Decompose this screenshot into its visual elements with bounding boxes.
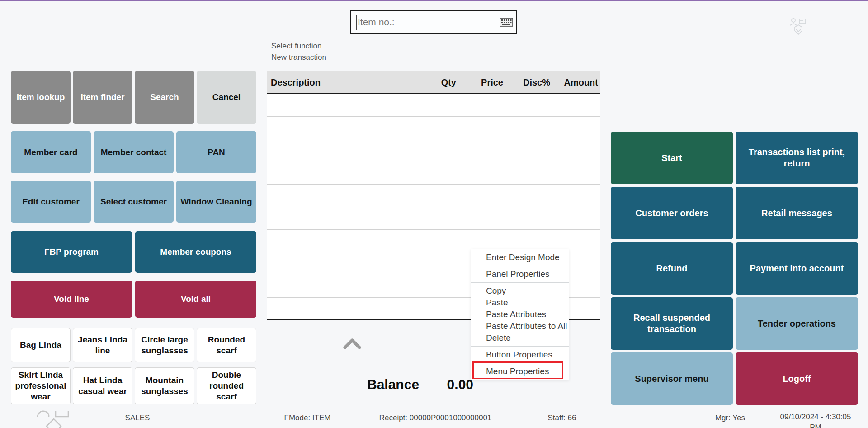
select-customer-button[interactable]: Select customer: [94, 181, 174, 223]
design-mode-indicator-icons: [788, 15, 810, 39]
payment-into-account-button[interactable]: Payment into account: [736, 242, 858, 295]
item-bag-linda-button[interactable]: Bag Linda: [11, 328, 71, 362]
arc-icon: [38, 411, 49, 417]
pan-button[interactable]: PAN: [176, 131, 256, 173]
table-row[interactable]: [267, 207, 600, 230]
statusbar-store: SALES: [125, 414, 150, 423]
right-grid-row: Recall suspended transaction Tender oper…: [611, 297, 858, 350]
context-menu-group: Menu Properties: [471, 363, 569, 380]
statusbar-datetime: 09/10/2024 - 4:30:05 PM: [778, 412, 853, 428]
item-finder-button[interactable]: Item finder: [73, 71, 132, 124]
tender-operations-button[interactable]: Tender operations: [736, 297, 858, 350]
context-menu-group: Button Properties: [471, 346, 569, 363]
open-square-icon: [56, 411, 68, 417]
column-header-disc: Disc%: [503, 77, 550, 88]
item-rounded-scarf-button[interactable]: Rounded scarf: [197, 328, 256, 362]
statusbar-fmode: FMode: ITEM: [284, 414, 331, 423]
table-row[interactable]: [267, 139, 600, 162]
statusbar-date-time-line2: PM: [778, 422, 853, 428]
left-grid-row: Skirt Linda professional wear Hat Linda …: [11, 367, 256, 404]
card-icon: [799, 19, 806, 24]
user-icon: [790, 19, 797, 25]
customer-orders-button[interactable]: Customer orders: [611, 187, 733, 239]
right-grid-row: Customer orders Retail messages: [611, 187, 858, 239]
right-grid-row: Refund Payment into account: [611, 242, 858, 295]
left-grid-row: Edit customer Select customer Window Cle…: [11, 181, 256, 223]
left-grid-row: Member card Member contact PAN: [11, 131, 256, 173]
right-grid-row: Start Transactions list print, return: [611, 132, 858, 184]
bottom-left-status-icons: [34, 407, 75, 428]
retail-messages-button[interactable]: Retail messages: [736, 187, 858, 239]
column-header-amount: Amount: [550, 77, 598, 88]
menu-item-paste[interactable]: Paste: [471, 297, 569, 309]
top-accent-bar: [0, 0, 868, 1]
diamond-icon: [47, 419, 61, 428]
status-message-select-function: Select function: [271, 42, 322, 51]
scroll-up-button[interactable]: [342, 337, 363, 351]
menu-item-button-properties[interactable]: Button Properties: [471, 349, 569, 361]
item-double-rounded-scarf-button[interactable]: Double rounded scarf: [197, 367, 256, 404]
statusbar-manager: Mgr: Yes: [715, 414, 745, 423]
search-button[interactable]: Search: [135, 71, 194, 124]
item-circle-large-sunglasses-button[interactable]: Circle large sunglasses: [135, 328, 194, 362]
logoff-button[interactable]: Logoff: [736, 352, 858, 405]
cancel-button[interactable]: Cancel: [197, 71, 256, 124]
column-header-description: Description: [271, 77, 403, 88]
left-grid-row: Void line Void all: [11, 281, 256, 318]
item-hat-linda-button[interactable]: Hat Linda casual wear: [73, 367, 132, 404]
window-cleaning-button[interactable]: Window Cleaning: [176, 181, 256, 223]
refund-button[interactable]: Refund: [611, 242, 733, 295]
item-skirt-linda-button[interactable]: Skirt Linda professional wear: [11, 367, 71, 404]
right-button-grid: Start Transactions list print, return Cu…: [611, 132, 858, 408]
receipt-table-header: Description Qty Price Disc% Amount: [267, 71, 600, 94]
item-number-input[interactable]: [351, 11, 500, 33]
statusbar-receipt: Receipt: 00000P0001000000001: [379, 414, 492, 423]
left-grid-row: FBP program Member coupons: [11, 231, 256, 273]
menu-item-paste-attributes[interactable]: Paste Attributes: [471, 309, 569, 320]
right-grid-row: Supervisor menu Logoff: [611, 352, 858, 405]
statusbar-staff: Staff: 66: [547, 414, 576, 423]
menu-item-panel-properties[interactable]: Panel Properties: [471, 268, 569, 280]
shield-chevron-icon: [795, 25, 802, 34]
member-contact-button[interactable]: Member contact: [94, 131, 174, 173]
member-card-button[interactable]: Member card: [11, 131, 91, 173]
member-coupons-button[interactable]: Member coupons: [135, 231, 256, 273]
column-header-qty: Qty: [403, 77, 456, 88]
context-menu-group: Panel Properties: [471, 266, 569, 282]
menu-item-paste-attributes-to-all[interactable]: Paste Attributes to All: [471, 320, 569, 332]
item-mountain-sunglasses-button[interactable]: Mountain sunglasses: [135, 367, 194, 404]
supervisor-menu-button[interactable]: Supervisor menu: [611, 352, 733, 405]
balance-label: Balance: [367, 377, 419, 392]
fbp-program-button[interactable]: FBP program: [11, 231, 132, 273]
item-lookup-button[interactable]: Item lookup: [11, 71, 71, 124]
menu-item-enter-design-mode[interactable]: Enter Design Mode: [471, 252, 569, 263]
recall-suspended-transaction-button[interactable]: Recall suspended transaction: [611, 297, 733, 350]
pos-screen: { "app": { "top_accent_color": "#8e6cb0"…: [0, 0, 868, 428]
item-jeans-linda-line-button[interactable]: Jeans Linda line: [73, 328, 132, 362]
table-row[interactable]: [267, 185, 600, 207]
menu-item-delete[interactable]: Delete: [471, 332, 569, 344]
start-button[interactable]: Start: [611, 132, 733, 184]
table-row[interactable]: [267, 162, 600, 185]
left-grid-row: Item lookup Item finder Search Cancel: [11, 71, 256, 124]
table-row[interactable]: [267, 94, 600, 117]
balance-amount: 0.00: [433, 377, 473, 392]
item-number-entry: [350, 10, 517, 34]
menu-item-copy[interactable]: Copy: [471, 285, 569, 297]
status-message-new-transaction: New transaction: [271, 53, 326, 62]
left-button-grid: Item lookup Item finder Search Cancel Me…: [11, 71, 256, 404]
transactions-list-print-return-button[interactable]: Transactions list print, return: [736, 132, 858, 184]
void-line-button[interactable]: Void line: [11, 281, 132, 318]
table-row[interactable]: [267, 117, 600, 139]
text-caret: [356, 15, 357, 30]
keyboard-icon[interactable]: [500, 18, 513, 27]
context-menu-group: Enter Design Mode: [471, 249, 569, 266]
chevron-up-icon: [342, 337, 362, 350]
void-all-button[interactable]: Void all: [135, 281, 256, 318]
edit-customer-button[interactable]: Edit customer: [11, 181, 91, 223]
column-header-price: Price: [456, 77, 503, 88]
menu-item-menu-properties[interactable]: Menu Properties: [471, 366, 569, 377]
context-menu-group: Copy Paste Paste Attributes Paste Attrib…: [471, 282, 569, 346]
design-context-menu: Enter Design Mode Panel Properties Copy …: [471, 249, 569, 380]
statusbar-date-time-line1: 09/10/2024 - 4:30:05: [778, 412, 853, 422]
